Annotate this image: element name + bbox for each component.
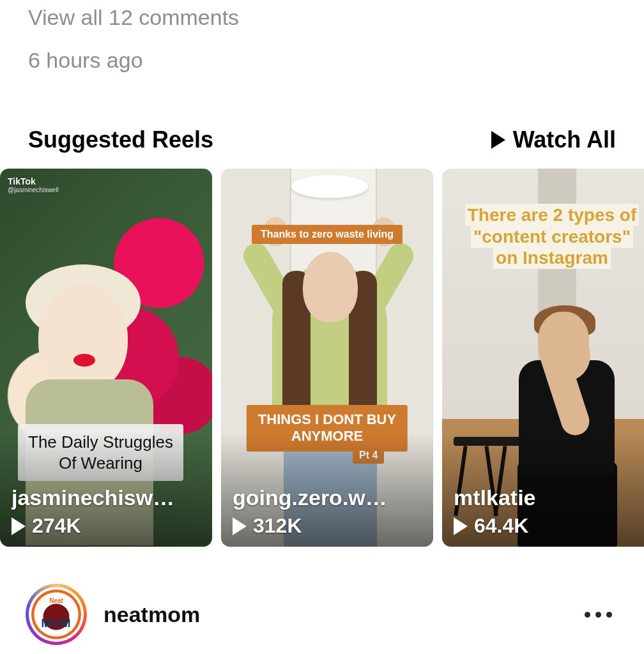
reel-card[interactable]: Thanks to zero waste living THINGS I DON… bbox=[221, 169, 433, 547]
reel-card[interactable]: TikTok @jasminechiswell The Daily Strugg… bbox=[0, 169, 212, 547]
reel-view-count: 312K bbox=[233, 514, 422, 538]
dots-icon bbox=[595, 612, 601, 618]
tiktok-watermark: TikTok @jasminechiswell bbox=[8, 176, 59, 194]
reel-view-count: 64.4K bbox=[454, 514, 643, 538]
dots-icon bbox=[585, 612, 590, 618]
avatar-story-ring[interactable]: Neat MOM bbox=[26, 584, 87, 645]
more-options-button[interactable] bbox=[578, 605, 618, 624]
reel-banner-top: Thanks to zero waste living bbox=[252, 225, 402, 244]
reel-card[interactable]: There are 2 types of "content creators" … bbox=[442, 169, 644, 547]
play-icon bbox=[12, 517, 26, 535]
play-icon bbox=[233, 517, 247, 535]
reel-username: jasminechisw… bbox=[12, 485, 201, 510]
reel-username: going.zero.w… bbox=[233, 485, 422, 510]
play-icon bbox=[491, 131, 505, 149]
reel-caption: There are 2 types of "content creators" … bbox=[455, 204, 644, 269]
reel-username: mtlkatie bbox=[454, 485, 643, 510]
avatar: Neat MOM bbox=[31, 589, 81, 639]
view-all-comments[interactable]: View all 12 comments bbox=[28, 5, 616, 30]
play-icon bbox=[454, 517, 468, 535]
reels-carousel[interactable]: TikTok @jasminechiswell The Daily Strugg… bbox=[0, 169, 644, 547]
post-username[interactable]: neatmom bbox=[103, 602, 200, 627]
watch-all-label: Watch All bbox=[513, 126, 616, 153]
dots-icon bbox=[606, 612, 612, 618]
post-header: Neat MOM neatmom bbox=[0, 565, 644, 651]
reel-view-count: 274K bbox=[12, 514, 201, 538]
post-timestamp: 6 hours ago bbox=[28, 48, 616, 73]
watch-all-button[interactable]: Watch All bbox=[491, 126, 616, 153]
suggested-reels-title: Suggested Reels bbox=[28, 126, 213, 153]
